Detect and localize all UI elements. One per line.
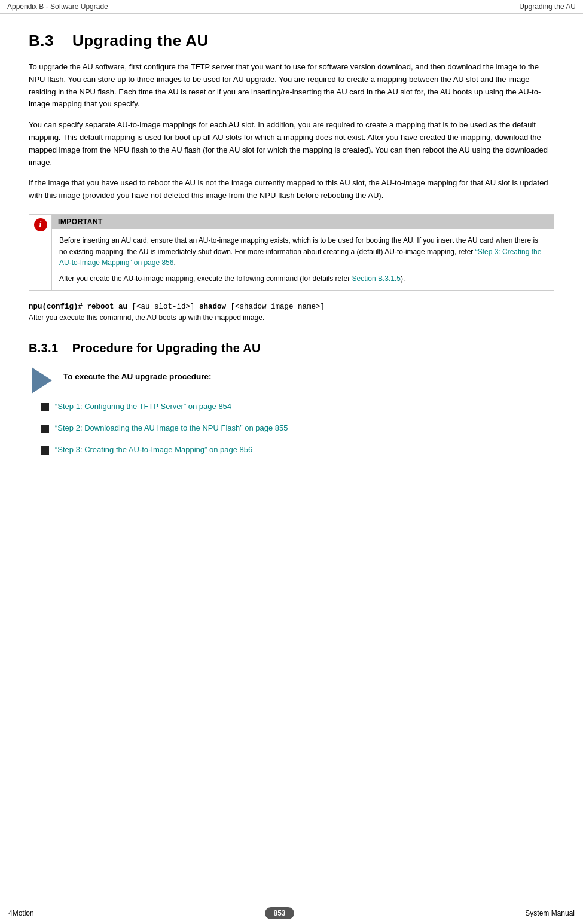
important-para-1: Before inserting an AU card, ensure that… [59,235,547,269]
subsection-heading: B.3.1 Procedure for Upgrading the AU [29,341,554,355]
important-link-2[interactable]: Section B.3.1.5 [352,275,401,283]
bullet-list: “Step 1: Configuring the TFTP Server” on… [41,402,554,455]
important-icon-container: i [29,214,51,291]
code-after-text: After you execute this comamnd, the AU b… [29,313,554,322]
important-para-2: After you create the AU-to-image mapping… [59,273,547,285]
list-item: “Step 1: Configuring the TFTP Server” on… [41,402,554,411]
section-heading: B.3 Upgrading the AU [29,32,554,50]
page-header: Appendix B - Software Upgrade Upgrading … [0,0,583,14]
important-title: IMPORTANT [52,215,554,229]
arrow-shape [32,367,52,394]
footer-right: System Manual [525,909,575,917]
paragraph-1: To upgrade the AU software, first config… [29,61,554,111]
footer-left: 4Motion [8,909,34,917]
header-left: Appendix B - Software Upgrade [7,2,108,11]
code-param2: [<shadow image name>] [231,303,325,311]
bullet-link-1[interactable]: “Step 1: Configuring the TFTP Server” on… [55,402,231,411]
paragraph-3: If the image that you have used to reboo… [29,177,554,202]
paragraph-2: You can specify separate AU-to-image map… [29,119,554,169]
code-keyword: shadow [195,303,231,311]
bullet-link-2[interactable]: “Step 2: Downloading the AU Image to the… [55,423,288,432]
important-box: i IMPORTANT Before inserting an AU card,… [29,214,554,291]
page-footer: 4Motion 853 System Manual [0,902,583,924]
important-content-box: IMPORTANT Before inserting an AU card, e… [51,214,554,291]
section-divider [29,333,554,333]
important-icon: i [34,218,47,231]
bullet-icon-3 [41,446,49,455]
code-prefix: npu(config)# reboot au [29,303,132,311]
bullet-icon-1 [41,403,49,411]
important-body: Before inserting an AU card, ensure that… [52,229,554,290]
list-item: “Step 3: Creating the AU-to-Image Mappin… [41,445,554,455]
list-item: “Step 2: Downloading the AU Image to the… [41,423,554,433]
bullet-icon-2 [41,425,49,433]
main-content: B.3 Upgrading the AU To upgrade the AU s… [0,14,583,490]
page-number: 853 [265,907,294,919]
code-param1: [<au slot-id>] [132,303,195,311]
code-block: npu(config)# reboot au [<au slot-id>] sh… [29,303,554,311]
bullet-link-3[interactable]: “Step 3: Creating the AU-to-Image Mappin… [55,445,252,454]
procedure-title: To execute the AU upgrade procedure: [63,366,212,381]
procedure-arrow-icon [29,366,55,394]
header-right: Upgrading the AU [519,2,576,11]
procedure-header: To execute the AU upgrade procedure: [29,366,554,394]
